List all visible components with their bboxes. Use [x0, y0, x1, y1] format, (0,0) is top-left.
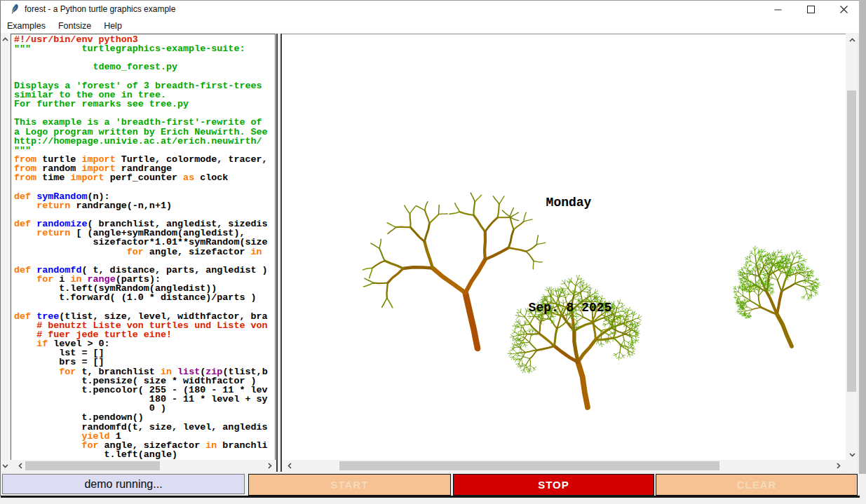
desktop-background-strip: [859, 0, 866, 474]
code-line: http://homepage.univie.ac.at/erich.neuwi…: [14, 137, 275, 146]
code-line: # benutzt Liste von turtles und Liste vo…: [14, 321, 275, 330]
code-line: t.pensize( size * widthfactor ): [14, 376, 275, 386]
code-line: #!/usr/bin/env python3: [14, 35, 275, 44]
code-line: for t, branchlist in list(zip(tlist,b: [14, 367, 275, 376]
minimize-icon: [774, 6, 782, 13]
scrollbar-thumb[interactable]: [847, 90, 856, 392]
stop-button[interactable]: STOP: [453, 474, 654, 496]
title-bar[interactable]: forest - a Python turtle graphics exampl…: [1, 1, 859, 18]
code-line: yield 1: [14, 432, 275, 441]
code-line: brs = []: [14, 357, 275, 367]
code-line: """ turtlegraphics-example-suite:: [14, 44, 275, 53]
code-line: for i in range(parts):: [14, 275, 275, 284]
code-line: [14, 183, 275, 192]
code-line: t.pendown(): [14, 413, 275, 422]
code-horizontal-scrollbar[interactable]: [11, 460, 276, 472]
code-line: lst = []: [14, 348, 275, 357]
scroll-down-icon[interactable]: [848, 450, 857, 459]
code-line: t.forward( (1.0 * distance)/parts ): [14, 293, 275, 302]
code-line: from time import perf_counter as clock: [14, 173, 275, 182]
status-label: demo running...: [2, 474, 245, 494]
code-line: Displays a 'forest' of 3 breadth-first-t…: [14, 81, 275, 90]
main-content: #!/usr/bin/env python3""" turtlegraphics…: [1, 33, 860, 472]
code-line: # fuer jede turtle eine!: [14, 330, 275, 339]
close-button[interactable]: [828, 1, 860, 18]
forest-drawing: [282, 34, 846, 460]
scroll-left-icon[interactable]: [16, 461, 25, 470]
code-line: [14, 72, 275, 81]
close-icon: [840, 6, 848, 13]
code-line: randomfd(t, size, level, angledis: [14, 423, 275, 432]
code-line: similar to the one in tree.: [14, 90, 275, 100]
code-line: sizefactor*1.01**symRandom(size: [14, 238, 275, 247]
code-line: return [ (angle+symRandom(angledist),: [14, 229, 275, 238]
code-line: t.pencolor( 255 - (180 - 11 * lev: [14, 386, 275, 395]
scrollbar-thumb[interactable]: [25, 461, 160, 470]
window-title: forest - a Python turtle graphics exampl…: [25, 4, 175, 14]
code-line: This example is a 'breadth-first'-rewrit…: [14, 118, 275, 127]
canvas-label-date: Sep. 8 2025: [529, 301, 612, 315]
code-line: 180 - 11 * level + sy: [14, 395, 275, 404]
scroll-up-icon[interactable]: [1, 35, 10, 44]
menu-help[interactable]: Help: [97, 20, 128, 32]
code-line: def symRandom(n):: [14, 192, 275, 201]
code-line: return randrange(-n,n+1): [14, 201, 275, 210]
code-line: For further remarks see tree.py: [14, 100, 275, 109]
code-line: [14, 257, 275, 266]
menu-bar: Examples Fontsize Help: [1, 18, 859, 33]
code-line: for angle, sizefactor in: [14, 247, 275, 257]
code-line: [14, 109, 275, 118]
code-line: def randomize( branchlist, angledist, si…: [14, 219, 275, 229]
start-button[interactable]: START: [248, 474, 451, 496]
minimize-button[interactable]: [762, 1, 794, 18]
menu-examples[interactable]: Examples: [1, 20, 52, 32]
menu-fontsize[interactable]: Fontsize: [52, 20, 97, 32]
pane-sash[interactable]: [276, 34, 282, 472]
scroll-down-icon[interactable]: [1, 461, 10, 470]
scroll-right-icon[interactable]: [834, 461, 843, 470]
code-text: #!/usr/bin/env python3""" turtlegraphics…: [11, 34, 275, 460]
code-line: from random import randrange: [14, 164, 275, 173]
scroll-right-icon[interactable]: [265, 461, 274, 470]
maximize-button[interactable]: [795, 1, 827, 18]
code-line: from turtle import Turtle, colormode, tr…: [14, 155, 275, 164]
canvas-horizontal-scrollbar[interactable]: [282, 460, 846, 472]
canvas-vertical-scrollbar[interactable]: [846, 34, 857, 472]
code-line: if level > 0:: [14, 339, 275, 348]
code-line: a Logo program written by Erich Neuwirth…: [14, 128, 275, 137]
code-line: t.left(symRandom(angledist)): [14, 284, 275, 293]
code-line: for angle, sizefactor in branchli: [14, 441, 275, 450]
code-vertical-scrollbar[interactable]: [1, 34, 10, 472]
python-feather-icon: [9, 4, 20, 15]
scrollbar-thumb[interactable]: [339, 461, 719, 470]
code-line: [14, 53, 275, 62]
scroll-left-icon[interactable]: [285, 461, 295, 470]
code-line: [14, 303, 275, 312]
clear-button[interactable]: CLEAR: [656, 474, 858, 496]
code-line: """: [14, 146, 275, 155]
scroll-up-icon[interactable]: [848, 36, 857, 45]
code-line: def randomfd( t, distance, parts, angled…: [14, 266, 275, 275]
code-line: 0 ): [14, 404, 275, 413]
code-line: [14, 210, 275, 219]
code-line: t.left(angle): [14, 450, 275, 459]
canvas-label-weekday: Monday: [546, 196, 592, 210]
code-line: def tree(tlist, size, level, widthfactor…: [14, 312, 275, 321]
turtle-canvas: Monday Sep. 8 2025: [282, 34, 846, 460]
source-code-pane[interactable]: #!/usr/bin/env python3""" turtlegraphics…: [11, 34, 276, 460]
control-bar: demo running... START STOP CLEAR: [1, 474, 860, 498]
maximize-icon: [807, 6, 815, 13]
code-line: tdemo_forest.py: [14, 62, 275, 71]
turtledemo-window: forest - a Python turtle graphics exampl…: [0, 0, 859, 496]
scrollbar-track[interactable]: [1, 34, 10, 472]
